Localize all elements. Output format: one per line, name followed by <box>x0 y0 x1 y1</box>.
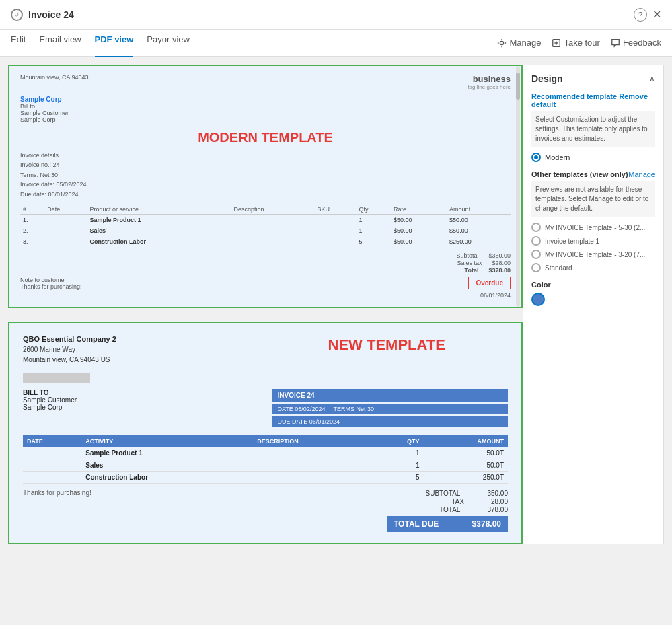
row3-num: 3. <box>20 236 44 247</box>
inv-address: Mountain view, CA 94043 <box>20 74 89 90</box>
inv-business: business tag line goes here <box>468 74 511 90</box>
new-row2-qty: 1 <box>373 459 423 472</box>
col-amount: Amount <box>447 205 511 215</box>
template-option-2[interactable]: My INVOICE Template - 3-20 (7... <box>531 250 655 259</box>
tab-edit[interactable]: Edit <box>11 29 26 57</box>
template-option-3[interactable]: Standard <box>531 263 655 272</box>
due-date: Due date: 06/01/2024 <box>20 190 511 199</box>
invoice-date: Invoice date: 05/02/2024 <box>20 180 511 189</box>
row2-desc <box>231 225 314 236</box>
feedback-label: Feedback <box>623 38 661 48</box>
tab-payor-view[interactable]: Payor view <box>147 29 190 57</box>
modern-template-label: MODERN TEMPLATE <box>20 130 511 145</box>
new-inv-body: BILL TO Sample Customer Sample Corp INVO… <box>23 389 508 427</box>
template-label-1: Invoice template 1 <box>545 237 599 245</box>
top-bar: ↺ Invoice 24 ? ✕ <box>0 0 672 30</box>
terms-label: TERMS Net 30 <box>333 406 374 412</box>
modern-label: Modern <box>545 153 570 161</box>
new-bill-to-corp: Sample Corp <box>23 404 259 411</box>
template-option-0[interactable]: My INVOICE Template - 5-30 (2... <box>531 223 655 232</box>
close-button[interactable]: ✕ <box>652 8 661 21</box>
row3-amount: $250.00 <box>447 236 511 247</box>
take-tour-action[interactable]: Take tour <box>552 38 599 48</box>
note-text: Thanks for purchasing! <box>20 283 82 290</box>
row2-rate: $50.00 <box>391 225 447 236</box>
new-row3-qty: 5 <box>373 472 423 484</box>
totals-section: SUBTOTAL 350.00 TAX 28.00 TOTAL 378.00 T… <box>387 489 508 532</box>
new-row1-activity: Sample Product 1 <box>81 447 253 459</box>
invoice-preview: Mountain view, CA 94043 business tag lin… <box>9 66 521 307</box>
scrollbar[interactable] <box>516 66 520 307</box>
modern-radio-dot[interactable] <box>531 153 541 162</box>
subtotal-row: SUBTOTAL 350.00 <box>387 490 508 497</box>
old-template-container: Mountain view, CA 94043 business tag lin… <box>8 65 523 308</box>
new-inv-table: DATE ACTIVITY DESCRIPTION QTY AMOUNT Sam… <box>23 435 508 484</box>
col-desc: Description <box>231 205 314 215</box>
template-radio-1[interactable] <box>531 236 541 246</box>
chevron-up-icon[interactable]: ∧ <box>649 74 655 83</box>
manage-label: Manage <box>509 38 541 48</box>
inv-details: Invoice details Invoice no.: 24 Terms: N… <box>20 151 511 199</box>
template-option-1[interactable]: Invoice template 1 <box>531 236 655 246</box>
row2-num: 2. <box>20 225 44 236</box>
manage-action[interactable]: Manage <box>497 38 541 48</box>
terms: Terms: Net 30 <box>20 170 511 180</box>
tax-row: Sales tax $28.00 <box>20 260 511 266</box>
row3-desc <box>231 236 314 247</box>
main-content: Mountain view, CA 94043 business tag lin… <box>0 57 672 552</box>
bill-to-label: BILL TO <box>23 389 49 396</box>
nav-tabs: Edit Email view PDF view Payor view Mana… <box>0 30 672 57</box>
template-radio-0[interactable] <box>531 223 541 232</box>
table-row: 2. Sales 1 $50.00 $50.00 <box>20 225 511 236</box>
new-col-activity: ACTIVITY <box>81 435 253 447</box>
nav-tabs-left: Edit Email view PDF view Payor view <box>11 29 190 57</box>
table-row: 1. Sample Product 1 1 $50.00 $50.00 <box>20 214 511 225</box>
modern-radio-option[interactable]: Modern <box>531 153 655 162</box>
new-row2-activity: Sales <box>81 459 253 472</box>
new-col-desc: DESCRIPTION <box>253 435 373 447</box>
total-label: TOTAL <box>439 506 460 513</box>
tax-label: TAX <box>451 498 464 505</box>
company-address2: Mountain view, CA 94043 US <box>23 355 266 365</box>
inv-footer: Note to customer Thanks for purchasing! … <box>20 277 511 299</box>
new-bill-to-customer: Sample Customer <box>23 396 259 404</box>
invoice-icon: ↺ <box>11 9 23 21</box>
bill-to-company: Sample Corp Bill to Sample Customer Samp… <box>20 96 69 123</box>
svg-point-0 <box>500 41 504 44</box>
row1-date <box>44 214 87 225</box>
overdue-badge: Overdue <box>468 277 511 289</box>
tab-pdf-view[interactable]: PDF view <box>95 29 134 57</box>
manage-link[interactable]: Manage <box>628 170 655 178</box>
row3-rate: $50.00 <box>391 236 447 247</box>
bill-to-label: Bill to <box>20 103 69 110</box>
take-tour-label: Take tour <box>564 38 599 48</box>
color-swatch[interactable] <box>531 293 545 306</box>
row1-sku <box>315 214 357 225</box>
subtotal-label: SUBTOTAL <box>426 490 461 497</box>
template-radio-3[interactable] <box>531 263 541 272</box>
row2-product: Sales <box>87 225 231 236</box>
window-title: Invoice 24 <box>28 9 74 20</box>
table-row: Sample Product 1 1 50.0T <box>23 447 508 459</box>
template-radio-2[interactable] <box>531 250 541 259</box>
company-address1: 2600 Marine Way <box>23 344 266 355</box>
due-date-bar: DUE DATE 06/01/2024 <box>272 416 509 427</box>
new-col-date: DATE <box>23 435 81 447</box>
top-bar-left: ↺ Invoice 24 <box>11 9 74 21</box>
col-rate: Rate <box>391 205 447 215</box>
new-row2-amount: 50.0T <box>424 459 508 472</box>
color-label: Color <box>531 281 655 289</box>
business-label: business <box>468 74 511 84</box>
scrollbar-thumb[interactable] <box>516 73 520 100</box>
help-button[interactable]: ? <box>634 8 647 22</box>
company-info: QBO Essential Company 2 2600 Marine Way … <box>23 334 266 365</box>
recommended-section: Recommended template Remove default Sele… <box>531 92 655 162</box>
feedback-action[interactable]: Feedback <box>611 38 661 48</box>
row3-qty: 5 <box>357 236 391 247</box>
new-row1-desc <box>253 447 373 459</box>
tab-email-view[interactable]: Email view <box>39 29 81 57</box>
row1-qty: 1 <box>357 214 391 225</box>
row1-rate: $50.00 <box>391 214 447 225</box>
company-name: QBO Essential Company 2 <box>23 334 266 345</box>
new-row1-amount: 50.0T <box>424 447 508 459</box>
